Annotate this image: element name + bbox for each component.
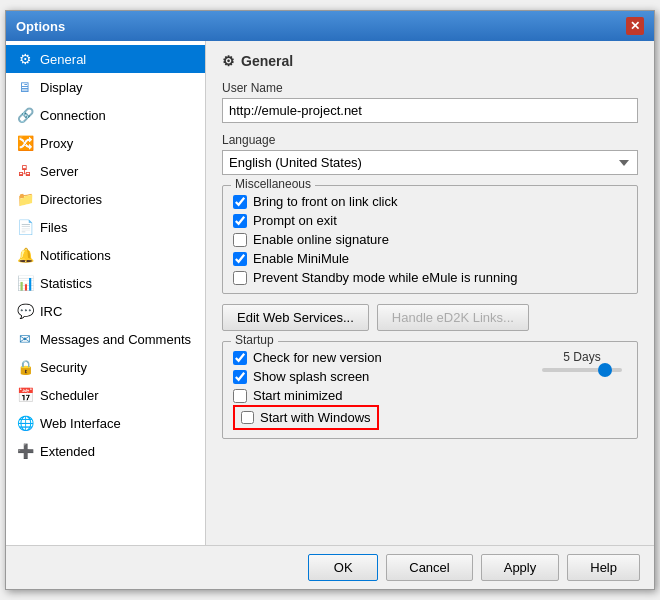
username-input[interactable] xyxy=(222,98,638,123)
sidebar-item-label-webinterface: Web Interface xyxy=(40,416,121,431)
misc-checkbox-4[interactable] xyxy=(233,271,247,285)
sidebar-item-label-extended: Extended xyxy=(40,444,95,459)
sidebar-item-label-notifications: Notifications xyxy=(40,248,111,263)
sidebar-item-files[interactable]: 📄Files xyxy=(6,213,205,241)
misc-item-2: Enable online signature xyxy=(233,232,627,247)
startup-checkboxes: Check for new versionShow splash screenS… xyxy=(233,350,527,430)
sidebar-item-label-security: Security xyxy=(40,360,87,375)
extended-icon: ➕ xyxy=(16,442,34,460)
misc-item-1: Prompt on exit xyxy=(233,213,627,228)
language-label: Language xyxy=(222,133,638,147)
startup-label-0: Check for new version xyxy=(253,350,382,365)
days-control: 5 Days xyxy=(537,350,627,372)
general-icon: ⚙ xyxy=(16,50,34,68)
sidebar-item-proxy[interactable]: 🔀Proxy xyxy=(6,129,205,157)
sidebar-item-label-statistics: Statistics xyxy=(40,276,92,291)
start-with-windows-label: Start with Windows xyxy=(260,410,371,425)
miscellaneous-group: Miscellaneous Bring to front on link cli… xyxy=(222,185,638,294)
sidebar-item-server[interactable]: 🖧Server xyxy=(6,157,205,185)
server-icon: 🖧 xyxy=(16,162,34,180)
sidebar-item-directories[interactable]: 📁Directories xyxy=(6,185,205,213)
content-area: ⚙ General User Name Language English (Un… xyxy=(206,41,654,545)
misc-item-3: Enable MiniMule xyxy=(233,251,627,266)
misc-button-row: Edit Web Services... Handle eD2K Links..… xyxy=(222,304,638,331)
startup-row: Check for new versionShow splash screenS… xyxy=(233,350,627,430)
misc-label-1: Prompt on exit xyxy=(253,213,337,228)
connection-icon: 🔗 xyxy=(16,106,34,124)
misc-checkbox-0[interactable] xyxy=(233,195,247,209)
sidebar-item-irc[interactable]: 💬IRC xyxy=(6,297,205,325)
edit-web-services-button[interactable]: Edit Web Services... xyxy=(222,304,369,331)
sidebar-item-label-general: General xyxy=(40,52,86,67)
misc-label-2: Enable online signature xyxy=(253,232,389,247)
slider-track xyxy=(542,368,622,372)
slider-thumb[interactable] xyxy=(598,363,612,377)
startup-group: Startup Check for new versionShow splash… xyxy=(222,341,638,439)
sidebar-item-label-messages: Messages and Comments xyxy=(40,332,191,347)
help-button[interactable]: Help xyxy=(567,554,640,581)
sidebar-item-notifications[interactable]: 🔔Notifications xyxy=(6,241,205,269)
options-dialog: Options ✕ ⚙General🖥Display🔗Connection🔀Pr… xyxy=(5,10,655,590)
directories-icon: 📁 xyxy=(16,190,34,208)
close-button[interactable]: ✕ xyxy=(626,17,644,35)
ok-button[interactable]: OK xyxy=(308,554,378,581)
startup-item-1: Show splash screen xyxy=(233,369,527,384)
misc-item-4: Prevent Standby mode while eMule is runn… xyxy=(233,270,627,285)
sidebar-item-label-connection: Connection xyxy=(40,108,106,123)
username-group: User Name xyxy=(222,81,638,123)
language-select[interactable]: English (United States)GermanFrenchSpani… xyxy=(222,150,638,175)
content-title-text: General xyxy=(241,53,293,69)
sidebar-item-security[interactable]: 🔒Security xyxy=(6,353,205,381)
sidebar-item-label-irc: IRC xyxy=(40,304,62,319)
username-label: User Name xyxy=(222,81,638,95)
misc-label-0: Bring to front on link click xyxy=(253,194,398,209)
title-bar: Options ✕ xyxy=(6,11,654,41)
startup-group-title: Startup xyxy=(231,333,278,347)
sidebar-item-statistics[interactable]: 📊Statistics xyxy=(6,269,205,297)
misc-group-title: Miscellaneous xyxy=(231,177,315,191)
misc-checkbox-2[interactable] xyxy=(233,233,247,247)
start-with-windows-row: Start with Windows xyxy=(233,405,379,430)
statistics-icon: 📊 xyxy=(16,274,34,292)
files-icon: 📄 xyxy=(16,218,34,236)
sidebar-item-connection[interactable]: 🔗Connection xyxy=(6,101,205,129)
content-title: ⚙ General xyxy=(222,53,638,69)
handle-ed2k-button[interactable]: Handle eD2K Links... xyxy=(377,304,529,331)
security-icon: 🔒 xyxy=(16,358,34,376)
content-title-icon: ⚙ xyxy=(222,53,235,69)
cancel-button[interactable]: Cancel xyxy=(386,554,472,581)
startup-item-0: Check for new version xyxy=(233,350,527,365)
sidebar-item-label-proxy: Proxy xyxy=(40,136,73,151)
dialog-title: Options xyxy=(16,19,65,34)
language-group: Language English (United States)GermanFr… xyxy=(222,133,638,175)
start-with-windows-checkbox[interactable] xyxy=(241,411,254,424)
startup-item-2: Start minimized xyxy=(233,388,527,403)
sidebar-item-label-server: Server xyxy=(40,164,78,179)
sidebar-item-display[interactable]: 🖥Display xyxy=(6,73,205,101)
startup-checkbox-1[interactable] xyxy=(233,370,247,384)
sidebar: ⚙General🖥Display🔗Connection🔀Proxy🖧Server… xyxy=(6,41,206,545)
dialog-body: ⚙General🖥Display🔗Connection🔀Proxy🖧Server… xyxy=(6,41,654,545)
startup-label-1: Show splash screen xyxy=(253,369,369,384)
webinterface-icon: 🌐 xyxy=(16,414,34,432)
days-label: 5 Days xyxy=(563,350,600,364)
sidebar-item-messages[interactable]: ✉Messages and Comments xyxy=(6,325,205,353)
sidebar-item-label-directories: Directories xyxy=(40,192,102,207)
sidebar-item-general[interactable]: ⚙General xyxy=(6,45,205,73)
misc-item-0: Bring to front on link click xyxy=(233,194,627,209)
apply-button[interactable]: Apply xyxy=(481,554,560,581)
sidebar-item-label-scheduler: Scheduler xyxy=(40,388,99,403)
notifications-icon: 🔔 xyxy=(16,246,34,264)
sidebar-item-scheduler[interactable]: 📅Scheduler xyxy=(6,381,205,409)
dialog-footer: OK Cancel Apply Help xyxy=(6,545,654,589)
irc-icon: 💬 xyxy=(16,302,34,320)
misc-checkbox-3[interactable] xyxy=(233,252,247,266)
scheduler-icon: 📅 xyxy=(16,386,34,404)
misc-checkbox-1[interactable] xyxy=(233,214,247,228)
startup-label-2: Start minimized xyxy=(253,388,343,403)
startup-checkbox-0[interactable] xyxy=(233,351,247,365)
display-icon: 🖥 xyxy=(16,78,34,96)
startup-checkbox-2[interactable] xyxy=(233,389,247,403)
sidebar-item-extended[interactable]: ➕Extended xyxy=(6,437,205,465)
sidebar-item-webinterface[interactable]: 🌐Web Interface xyxy=(6,409,205,437)
